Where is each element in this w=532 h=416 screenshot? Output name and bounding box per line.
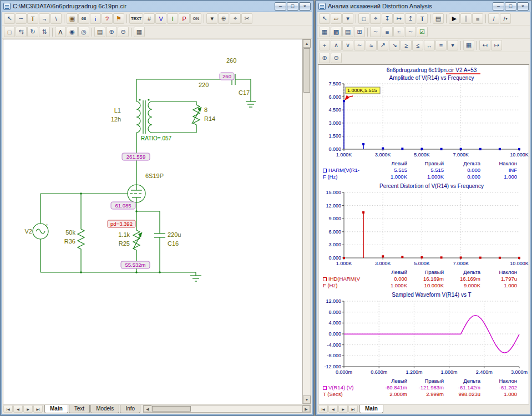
node-voltages-icon[interactable]: V (155, 13, 166, 24)
pause-icon[interactable]: ∥ (460, 13, 472, 24)
zoom-in-icon[interactable]: ⊕ (319, 53, 330, 63)
plus-marks-icon[interactable]: ⊞ (354, 27, 365, 37)
vertical-tag-icon[interactable]: ↥ (405, 13, 416, 24)
select-arrow-icon[interactable]: ↖ (319, 13, 330, 24)
go-high-icon[interactable]: ≥ (401, 40, 412, 50)
horizontal-tag-icon[interactable]: ↦ (393, 13, 404, 24)
wire-ortho-icon[interactable]: ¬ (39, 13, 50, 24)
go-valley-icon[interactable]: ∨ (342, 40, 353, 50)
go-low-icon[interactable]: ≤ (412, 40, 423, 50)
flag-tool-icon[interactable]: ⚑ (113, 13, 124, 24)
go-dropdown-icon[interactable]: ▾ (447, 40, 458, 50)
repeat-find-icon[interactable]: ◎ (78, 27, 89, 37)
polyline-tool-icon[interactable]: /▾ (500, 13, 511, 24)
waveform-chart[interactable]: Sampled Waveform V(R14) vs T-12.000-8.00… (318, 290, 529, 378)
hscrollbar-thumb[interactable] (152, 406, 191, 412)
go-rms-icon[interactable]: ≈ (366, 40, 377, 50)
scroll-up-icon[interactable]: ▲ (303, 39, 311, 48)
tab-models[interactable]: Models (90, 405, 119, 413)
select-arrow-icon[interactable]: ↖ (4, 13, 15, 24)
tokens-icon[interactable]: ▩ (331, 27, 342, 37)
find-part-icon[interactable]: 68 (78, 13, 89, 24)
go-rise-icon[interactable]: ↗ (377, 40, 388, 50)
properties-icon[interactable]: ▤ (433, 13, 444, 24)
picture-tool-icon[interactable]: ▣ (67, 13, 78, 24)
schematic-canvas[interactable]: 260 220 C17 L1 12h 8 R14 6S19P V2 + 50k … (3, 39, 311, 404)
left-titlebar[interactable]: C:\MC9\DATA\6n6pdrugzadrug 6c19pn.cir – … (2, 1, 312, 12)
close-button[interactable]: × (299, 2, 311, 11)
go-span-icon[interactable]: ↔ (424, 40, 435, 50)
scale-mode-icon[interactable]: □ (358, 13, 369, 24)
condition-display-icon[interactable]: ON (190, 13, 201, 24)
zoom-out-icon[interactable]: ⊖ (331, 53, 342, 63)
flip-vertical-icon[interactable]: ⇅ (39, 27, 50, 37)
wave-normal-icon[interactable]: ≈ (393, 27, 404, 37)
horizontal-axis-icon[interactable]: ≡ (382, 27, 393, 37)
object-dropdown-icon[interactable]: ▾ (342, 13, 353, 24)
tab-text[interactable]: Text (69, 405, 90, 413)
point-tag-icon[interactable]: ↧ (382, 13, 393, 24)
baseline-icon[interactable]: ∼ (370, 27, 381, 37)
ruler-icon[interactable]: ▤ (342, 27, 353, 37)
go-peak-icon[interactable]: ∧ (331, 40, 342, 50)
wave-smooth-icon[interactable]: ∼ (405, 27, 416, 37)
font-tool-icon[interactable]: A (55, 27, 66, 37)
run-icon[interactable]: ▶ (449, 13, 460, 24)
text-tool-icon[interactable]: T (27, 13, 38, 24)
tab-main[interactable]: Main (359, 405, 383, 413)
graphics-shape-icon[interactable]: ∼ (16, 13, 27, 24)
vscrollbar-track[interactable] (303, 93, 311, 395)
rotate-icon[interactable]: ↻ (27, 27, 38, 37)
prev-page-icon[interactable]: ◀ (13, 405, 23, 413)
first-page-icon[interactable]: |◀ (318, 405, 328, 413)
first-page-icon[interactable]: |◀ (3, 405, 13, 413)
scroll-right-icon[interactable]: ▶ (302, 405, 310, 412)
close-button[interactable]: × (517, 2, 529, 11)
zoom-out-icon[interactable]: ⊖ (118, 27, 129, 37)
tab-info[interactable]: Info (120, 405, 140, 413)
cut-tool-icon[interactable]: ✂ (241, 13, 252, 24)
flip-horizontal-icon[interactable]: ⇆ (16, 27, 27, 37)
design-info-icon[interactable]: ▤ (94, 27, 105, 37)
annotation-object-icon[interactable]: ▱ (331, 13, 342, 24)
box-select-icon[interactable]: □ (4, 27, 15, 37)
wire-diagonal-icon[interactable]: \ (50, 13, 62, 24)
add-cursor-icon[interactable]: + (319, 40, 330, 50)
mode-dropdown-icon[interactable]: ▾ (206, 13, 217, 24)
go-flat-icon[interactable]: ≡ (435, 40, 447, 50)
scroll-left-icon[interactable]: ◀ (144, 405, 151, 412)
schematic-vscrollbar[interactable]: ▲ ▼ (302, 39, 311, 404)
maximize-button[interactable]: □ (505, 2, 516, 11)
go-wave-icon[interactable]: ∼ (354, 40, 365, 50)
go-fall-icon[interactable]: ↘ (389, 40, 400, 50)
sheet-icon[interactable]: ▦ (134, 27, 145, 37)
text-display-icon[interactable]: TEXT (129, 13, 143, 24)
cursor-mode-icon[interactable]: ⌖ (370, 13, 381, 24)
right-titlebar[interactable]: Анализ искажений Distortion Analysis – □… (317, 1, 530, 12)
maximize-button[interactable]: □ (287, 2, 298, 11)
pin-connections-icon[interactable]: ⊕ (218, 13, 229, 24)
minimize-button[interactable]: – (493, 2, 504, 11)
current-display-icon[interactable]: I (167, 13, 178, 24)
minimize-button[interactable]: – (275, 2, 286, 11)
tab-main[interactable]: Main (44, 405, 68, 413)
schematic-hscrollbar[interactable]: ◀ ▶ (143, 405, 311, 413)
last-page-icon[interactable]: ▶| (348, 405, 358, 413)
line-tool-icon[interactable]: / (488, 13, 499, 24)
data-points-icon[interactable]: ▦ (319, 27, 330, 37)
next-page-icon[interactable]: ▶ (338, 405, 348, 413)
text-tool-icon[interactable]: T (417, 13, 428, 24)
prev-page-icon[interactable]: ◀ (328, 405, 338, 413)
go-right-branch-icon[interactable]: ↦ (491, 40, 502, 50)
next-page-icon[interactable]: ▶ (23, 405, 33, 413)
info-mode-icon[interactable]: i (90, 13, 101, 24)
last-page-icon[interactable]: ▶| (33, 405, 43, 413)
find-icon[interactable]: ◉ (67, 27, 78, 37)
zoom-in-icon[interactable]: ⊕ (106, 27, 117, 37)
node-numbers-icon[interactable]: # (144, 13, 155, 24)
help-mode-icon[interactable]: ? (102, 13, 113, 24)
go-left-branch-icon[interactable]: ↤ (479, 40, 490, 50)
power-display-icon[interactable]: P (179, 13, 190, 24)
cross-probe-icon[interactable]: ⌖ (230, 13, 241, 24)
wave-enable-icon[interactable]: ☑ (417, 27, 428, 37)
